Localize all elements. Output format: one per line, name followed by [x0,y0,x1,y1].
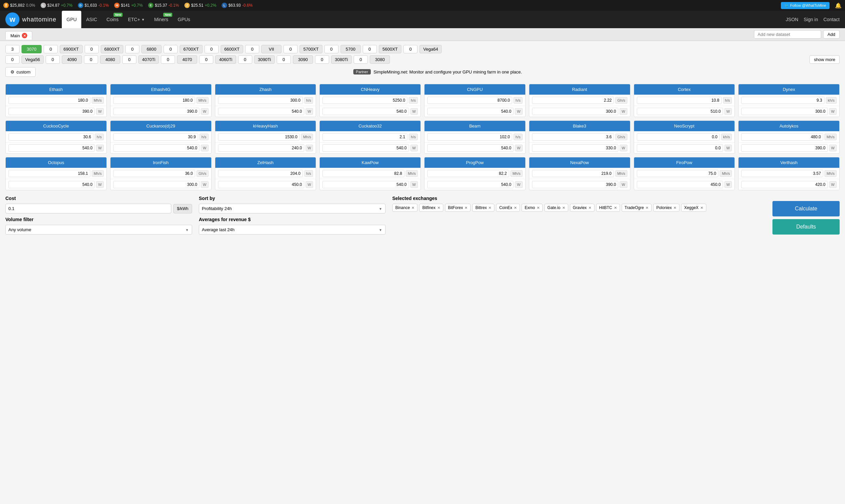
gpu-6700xt-label[interactable]: 6700XT [180,45,203,53]
gpu-3090-count[interactable] [277,55,291,64]
nav-gpus[interactable]: GPUs [173,11,195,28]
algo-header-ethash4g[interactable]: Ethash4G [110,84,211,95]
gpu-5700xt-label[interactable]: 5700XT [299,45,323,53]
gpu-5700xt-count[interactable] [283,45,297,53]
algo-hashrate-input[interactable] [113,97,195,104]
algo-hashrate-input[interactable] [218,170,303,177]
algo-power-input[interactable] [8,144,95,152]
gpu-3070-label[interactable]: 3070 [21,45,42,53]
algo-hashrate-input[interactable] [532,170,614,177]
exchange-tag-binance[interactable]: Binance ✕ [392,204,417,212]
algo-power-input[interactable] [637,108,723,115]
algo-power-input[interactable] [741,181,828,188]
exchange-tag-tradeogre[interactable]: TradeOgre ✕ [622,204,652,212]
nav-coins[interactable]: Coins New [102,11,123,28]
nav-gpu[interactable]: GPU [62,11,81,28]
algo-header-firopow[interactable]: FiroPow [634,157,735,168]
calculate-button[interactable]: Calculate [773,201,840,216]
gpu-4070-label[interactable]: 4070 [177,55,197,64]
gpu-vega64-count[interactable] [403,45,417,53]
exchange-tag-bitfinex[interactable]: Bitfinex ✕ [419,204,443,212]
algo-hashrate-input[interactable] [218,133,300,141]
nav-contact-button[interactable]: Contact [824,17,840,22]
gpu-6800-label[interactable]: 6800 [141,45,161,53]
algo-header-radiant[interactable]: Radiant [529,84,630,95]
gpu-6600xt-label[interactable]: 6600XT [221,45,243,53]
algo-power-input[interactable] [323,108,409,115]
follow-twitter-button[interactable]: 🐦 Follow @WhatToMine [781,2,830,9]
gpu-6600xt-count[interactable] [205,45,219,53]
gpu-3090ti-count[interactable] [238,55,252,64]
nav-signin-button[interactable]: Sign in [804,17,818,22]
algo-header-cuckoocycle[interactable]: CuckooCycle [6,121,106,131]
algo-hashrate-input[interactable] [113,133,198,141]
cost-input[interactable] [5,204,171,213]
nav-miners[interactable]: Miners New [150,11,173,28]
exchange-remove-icon[interactable]: ✕ [514,206,517,210]
algo-hashrate-input[interactable] [637,97,722,104]
gpu-6800-count[interactable] [125,45,139,53]
exchange-remove-icon[interactable]: ✕ [411,206,414,210]
gpu-6800xt-count[interactable] [85,45,99,53]
gpu-4070ti-count[interactable] [122,55,136,64]
add-dataset-button[interactable]: Add [823,30,840,39]
algo-hashrate-input[interactable] [427,133,512,141]
algo-power-input[interactable] [427,108,514,115]
algo-header-cuckatoo32[interactable]: Cuckatoo32 [320,121,420,131]
algo-header-ethash[interactable]: Ethash [6,84,106,95]
exchange-tag-gate.io[interactable]: Gate.io ✕ [545,204,568,212]
exchange-remove-icon[interactable]: ✕ [700,206,703,210]
algo-header-cortex[interactable]: Cortex [634,84,735,95]
gpu-5700-count[interactable] [324,45,339,53]
algo-power-input[interactable] [532,108,618,115]
gpu-4070ti-label[interactable]: 4070Ti [138,55,159,64]
gpu-6900xt-label[interactable]: 6900XT [60,45,83,53]
algo-power-input[interactable] [427,181,514,188]
algo-power-input[interactable] [637,144,723,152]
gpu-5600xt-label[interactable]: 5600XT [379,45,402,53]
gpu-vii-count[interactable] [245,45,259,53]
algo-header-ironfish[interactable]: IronFish [110,157,211,168]
algo-header-cnheavy[interactable]: CNHeavy [320,84,420,95]
add-dataset-input[interactable] [754,30,821,39]
algo-header-zelhash[interactable]: ZelHash [215,157,316,168]
exchange-remove-icon[interactable]: ✕ [437,206,440,210]
exchange-tag-hitbtc[interactable]: HitBTC ✕ [596,204,620,212]
avg-select[interactable]: Average last 24h Average last 3 days Ave… [199,225,385,235]
algo-hashrate-input[interactable] [427,170,509,177]
algo-power-input[interactable] [323,181,409,188]
algo-power-input[interactable] [741,108,828,115]
algo-power-input[interactable] [8,181,95,188]
algo-power-input[interactable] [532,181,618,188]
gpu-vega56-label[interactable]: Vega56 [21,55,44,64]
algo-power-input[interactable] [8,108,95,115]
algo-header-verthash[interactable]: Verthash [739,157,839,168]
algo-hashrate-input[interactable] [113,170,195,177]
gpu-3080ti-count[interactable] [315,55,329,64]
gpu-6800xt-label[interactable]: 6800XT [101,45,124,53]
exchange-remove-icon[interactable]: ✕ [645,206,649,210]
algo-power-input[interactable] [427,144,514,152]
gpu-3080-label[interactable]: 3080 [370,55,390,64]
exchange-remove-icon[interactable]: ✕ [614,206,617,210]
algo-power-input[interactable] [218,108,304,115]
algo-hashrate-input[interactable] [218,97,303,104]
show-more-button[interactable]: show more [809,55,840,64]
algo-hashrate-input[interactable] [323,97,408,104]
gpu-3080-count[interactable] [353,55,368,64]
algo-hashrate-input[interactable] [323,170,404,177]
algo-power-input[interactable] [113,181,200,188]
exchange-tag-graviex[interactable]: Graviex ✕ [570,204,594,212]
algo-hashrate-input[interactable] [8,133,93,141]
algo-header-zhash[interactable]: Zhash [215,84,316,95]
gpu-4080-label[interactable]: 4080 [100,55,120,64]
exchange-remove-icon[interactable]: ✕ [562,206,565,210]
main-tab[interactable]: Main ✕ [5,31,32,40]
algo-hashrate-input[interactable] [741,133,823,141]
gpu-4060ti-count[interactable] [199,55,213,64]
gpu-5700-label[interactable]: 5700 [341,45,361,53]
algo-hashrate-input[interactable] [323,133,408,141]
algo-hashrate-input[interactable] [741,170,823,177]
tab-close-button[interactable]: ✕ [22,33,27,38]
exchange-remove-icon[interactable]: ✕ [673,206,676,210]
